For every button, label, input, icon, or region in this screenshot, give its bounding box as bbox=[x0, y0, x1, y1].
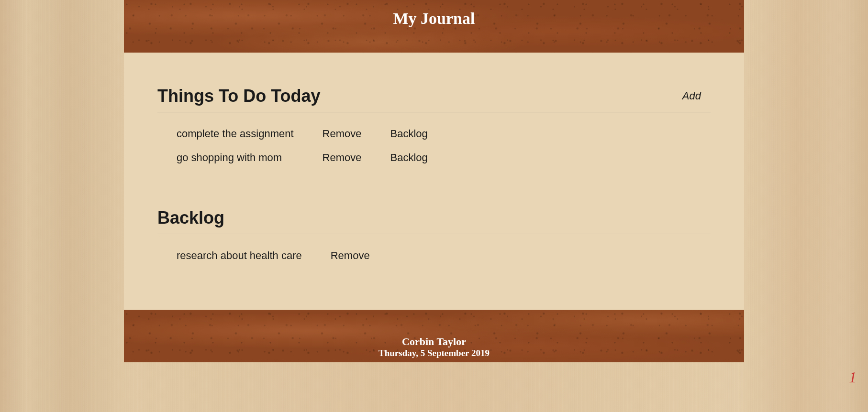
footer-date: Thursday, 5 September 2019 bbox=[378, 348, 490, 358]
content-area: Things To Do Today Add complete the assi… bbox=[124, 53, 744, 310]
remove-button[interactable]: Remove bbox=[323, 122, 390, 146]
journal-container: My Journal Things To Do Today Add comple… bbox=[124, 0, 744, 362]
page-title: My Journal bbox=[393, 10, 475, 28]
todo-section-header: Things To Do Today Add bbox=[157, 86, 711, 112]
task-text: research about health care bbox=[177, 244, 331, 268]
backlog-list: research about health care Remove bbox=[177, 244, 399, 268]
backlog-section: Backlog research about health care Remov… bbox=[157, 208, 711, 268]
backlog-section-header: Backlog bbox=[157, 208, 711, 234]
backlog-title: Backlog bbox=[157, 208, 224, 228]
backlog-button[interactable]: Backlog bbox=[390, 122, 456, 146]
footer-name: Corbin Taylor bbox=[402, 336, 466, 348]
header: My Journal bbox=[124, 0, 744, 53]
todo-list: complete the assignment Remove Backlog g… bbox=[177, 122, 456, 170]
remove-button[interactable]: Remove bbox=[323, 146, 390, 170]
backlog-button[interactable]: Backlog bbox=[390, 146, 456, 170]
list-item: research about health care Remove bbox=[177, 244, 399, 268]
todo-title: Things To Do Today bbox=[157, 86, 321, 106]
task-text: go shopping with mom bbox=[177, 146, 323, 170]
page-number: 1 bbox=[849, 369, 857, 386]
footer: Corbin Taylor Thursday, 5 September 2019 bbox=[124, 310, 744, 362]
todo-section: Things To Do Today Add complete the assi… bbox=[157, 86, 711, 170]
list-item: complete the assignment Remove Backlog bbox=[177, 122, 456, 146]
add-button[interactable]: Add bbox=[682, 90, 711, 102]
list-item: go shopping with mom Remove Backlog bbox=[177, 146, 456, 170]
remove-button[interactable]: Remove bbox=[331, 244, 399, 268]
task-text: complete the assignment bbox=[177, 122, 323, 146]
